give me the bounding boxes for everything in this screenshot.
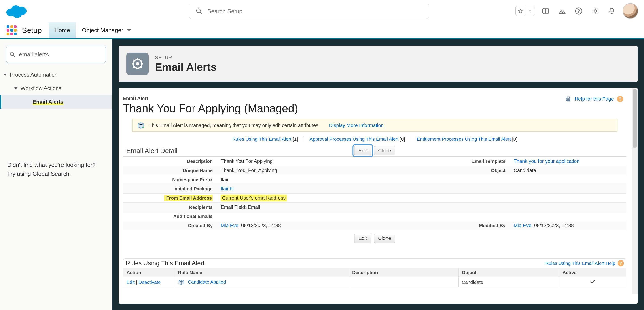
created-by-user-link[interactable]: Mia Eve: [221, 223, 238, 228]
main-content: SETUP Email Alerts Email Alert Thank You…: [112, 39, 644, 310]
label-email-template: Email Template: [445, 157, 512, 166]
value-object: Candidate: [512, 166, 626, 175]
col-rule-name[interactable]: Rule Name: [175, 268, 349, 277]
row-action-deactivate[interactable]: Deactivate: [138, 279, 160, 285]
tree-workflow-actions[interactable]: Workflow Actions: [0, 82, 112, 95]
row-rule-name-link[interactable]: Candidate Applied: [188, 279, 226, 284]
quick-find-input[interactable]: [6, 46, 106, 63]
value-description: Thank You For Applying: [219, 157, 445, 166]
add-icon[interactable]: [540, 5, 552, 17]
scrollbar-thumb[interactable]: [632, 89, 637, 147]
nav-object-manager[interactable]: Object Manager: [76, 22, 137, 38]
svg-point-3: [13, 11, 22, 18]
star-icon[interactable]: [516, 6, 525, 16]
tree-process-automation[interactable]: Process Automation: [0, 68, 112, 82]
help-icon[interactable]: ?: [573, 5, 584, 17]
value-unique-name: Thank_You_For_Applying: [219, 166, 445, 175]
separator: |: [303, 136, 304, 141]
label-namespace: Namespace Prefix: [123, 175, 219, 184]
email-alert-icon: [126, 53, 149, 75]
managed-banner-text: This Email Alert is managed, meaning tha…: [149, 122, 320, 128]
col-object[interactable]: Object: [459, 268, 559, 277]
detail-buttons-bottom: Edit Clone: [121, 232, 628, 245]
salesforce-logo[interactable]: [5, 3, 28, 19]
context-bar: Setup Home Object Manager: [0, 22, 644, 39]
favorites-button-group[interactable]: [516, 6, 535, 16]
printer-icon[interactable]: [565, 96, 572, 102]
link-approval[interactable]: Approval Processes Using This Email Aler…: [310, 136, 398, 141]
modified-by-ts: , 08/12/2023, 14:38: [531, 223, 574, 228]
value-email-template[interactable]: Thank you for your application: [514, 158, 580, 164]
clone-button[interactable]: Clone: [374, 146, 395, 156]
label-created-by: Created By: [123, 221, 219, 230]
link-rules[interactable]: Rules Using This Email Alert: [232, 136, 292, 141]
record-heading: Email Alert Thank You For Applying (Mana…: [121, 91, 628, 116]
setup-tree-sidebar: Process Automation Workflow Actions Emai…: [0, 39, 112, 310]
chevron-down-icon: [127, 29, 131, 31]
tree-email-alerts-label: Email Alerts: [33, 99, 64, 105]
created-by-ts: , 08/12/2023, 14:38: [238, 223, 281, 228]
tree-email-alerts[interactable]: Email Alerts: [0, 95, 112, 109]
label-modified-by: Modified By: [445, 221, 512, 230]
related-shortcut-links: Rules Using This Email Alert [1] | Appro…: [121, 136, 628, 142]
check-icon: [590, 279, 596, 284]
search-icon: [196, 8, 202, 15]
package-icon: [178, 279, 185, 285]
value-modified-by: Mia Eve , 08/12/2023, 14:38: [512, 221, 626, 230]
nav-home-label: Home: [54, 27, 70, 34]
nav-home[interactable]: Home: [48, 22, 76, 39]
detail-table: Description Thank You For Applying Email…: [123, 157, 626, 230]
trailhead-icon[interactable]: [556, 5, 568, 17]
gear-icon[interactable]: [590, 5, 601, 17]
app-name: Setup: [22, 26, 42, 35]
sidebar-hint-line1: Didn't find what you're looking for?: [7, 160, 103, 169]
value-installed-package[interactable]: flair.hr: [221, 186, 234, 192]
col-action[interactable]: Action: [124, 268, 175, 277]
separator: |: [410, 136, 412, 141]
rules-table: Action Rule Name Description Object Acti…: [123, 268, 626, 287]
svg-rect-15: [567, 97, 569, 98]
help-icon[interactable]: ?: [618, 260, 624, 266]
row-description: [349, 277, 459, 287]
label-from-email: From Email Address: [123, 194, 219, 203]
classic-detail-frame: Email Alert Thank You For Applying (Mana…: [118, 88, 638, 304]
help-icon[interactable]: ?: [617, 96, 623, 102]
app-launcher[interactable]: Setup: [0, 22, 48, 38]
separator: |: [136, 279, 138, 285]
sidebar-hint: Didn't find what you're looking for? Try…: [7, 160, 103, 178]
tree-process-automation-label: Process Automation: [10, 72, 58, 78]
label-additional-emails: Additional Emails: [123, 212, 219, 221]
page-breadcrumb: SETUP: [155, 55, 217, 61]
record-name: Thank You For Applying (Managed): [123, 102, 628, 115]
edit-button[interactable]: Edit: [354, 146, 371, 156]
chevron-down-icon[interactable]: [525, 6, 535, 16]
page-title: Email Alerts: [155, 61, 217, 73]
link-entitlement[interactable]: Entitlement Processes Using This Email A…: [417, 136, 511, 141]
link-rules-count: [1]: [293, 136, 298, 141]
global-search[interactable]: [189, 4, 429, 19]
clone-button-bottom[interactable]: Clone: [374, 234, 395, 243]
scrollbar[interactable]: [632, 88, 638, 294]
display-more-info-link[interactable]: Display More Information: [329, 122, 384, 128]
row-action-edit[interactable]: Edit: [126, 279, 134, 285]
col-active[interactable]: Active: [559, 268, 626, 277]
quick-find[interactable]: [6, 46, 106, 63]
row-object: Candidate: [459, 277, 559, 287]
header-actions: ?: [516, 0, 638, 22]
svg-point-13: [136, 62, 139, 66]
modified-by-user-link[interactable]: Mia Eve: [514, 223, 531, 228]
help-page-link[interactable]: Help for this Page: [575, 96, 614, 102]
col-description[interactable]: Description: [349, 268, 459, 277]
bell-icon[interactable]: [606, 5, 618, 17]
related-list-title: Rules Using This Email Alert: [126, 260, 204, 267]
waffle-icon: [7, 25, 16, 35]
label-unique-name: Unique Name: [123, 166, 219, 175]
help-for-this-page[interactable]: Help for this Page ?: [565, 96, 623, 102]
related-list-help-link[interactable]: Rules Using This Email Alert Help: [545, 260, 616, 266]
setup-tree: Process Automation Workflow Actions Emai…: [0, 68, 112, 109]
record-type-label: Email Alert: [123, 96, 628, 101]
avatar[interactable]: [622, 3, 638, 19]
related-list-rules: Rules Using This Email Alert Rules Using…: [123, 258, 626, 287]
edit-button-bottom[interactable]: Edit: [354, 234, 371, 243]
global-search-input[interactable]: [207, 8, 429, 15]
